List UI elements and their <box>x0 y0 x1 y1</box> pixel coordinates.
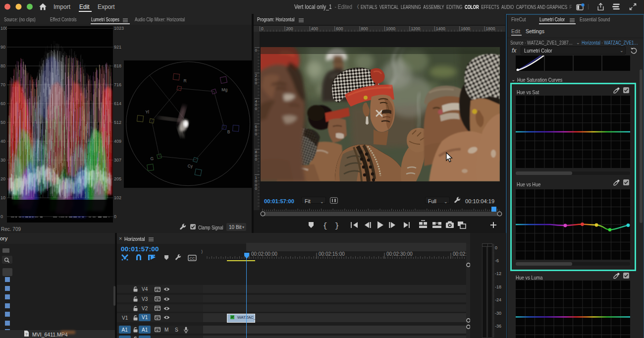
svg-text:0: 0 <box>261 26 264 31</box>
svg-text:Cy: Cy <box>188 164 193 169</box>
svg-text:Yl: Yl <box>145 110 149 114</box>
svg-text:0: 0 <box>255 81 258 85</box>
svg-text:-6: -6 <box>495 258 499 263</box>
svg-text:?: ? <box>25 332 28 337</box>
svg-text:G: G <box>151 156 154 161</box>
svg-text:1400: 1400 <box>436 26 445 31</box>
svg-text:00:02:15:00: 00:02:15:00 <box>319 251 345 257</box>
svg-text:{: { <box>323 222 327 230</box>
svg-text:0: 0 <box>255 157 258 162</box>
svg-text:0: 0 <box>495 245 497 250</box>
svg-text:-24: -24 <box>495 297 501 302</box>
svg-text:0: 0 <box>255 132 258 136</box>
svg-text:1200: 1200 <box>411 26 420 31</box>
svg-text:-36: -36 <box>495 324 501 329</box>
svg-text:00:02:00:00: 00:02:00:00 <box>251 251 277 257</box>
svg-text:Mg: Mg <box>221 87 227 92</box>
svg-text:-30: -30 <box>495 311 501 316</box>
svg-text:}: } <box>335 222 339 230</box>
svg-text:B: B <box>227 129 230 134</box>
svg-text:R: R <box>184 78 187 83</box>
svg-text:-18: -18 <box>495 284 501 289</box>
svg-text:CC: CC <box>190 256 195 261</box>
svg-text:1000: 1000 <box>386 26 395 31</box>
svg-text:0: 0 <box>255 186 258 191</box>
svg-text:00:02:45:00: 00:02:45:00 <box>453 251 466 257</box>
svg-text:1800: 1800 <box>486 26 495 31</box>
svg-text:00:02:30:00: 00:02:30:00 <box>386 251 413 257</box>
svg-text:-12: -12 <box>495 271 501 276</box>
svg-text:0: 0 <box>255 48 258 53</box>
svg-text:1600: 1600 <box>461 26 470 31</box>
svg-text:0: 0 <box>255 107 258 111</box>
